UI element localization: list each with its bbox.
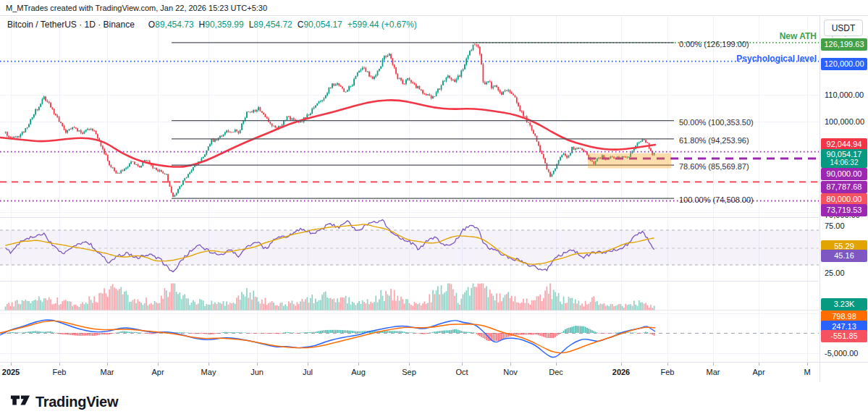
axis-price-label: 75.00 bbox=[825, 221, 845, 230]
axis-time-label: Nov bbox=[503, 368, 518, 376]
fib-level-label: 100.00% (74,508.00) bbox=[679, 195, 754, 204]
psychological-level-annotation: Psychological level bbox=[736, 54, 817, 64]
tradingview-logo-icon bbox=[10, 392, 30, 412]
axis-time-label: Apr bbox=[752, 368, 764, 376]
ohlc-value: 90,054.17 bbox=[303, 20, 342, 30]
ohlc-value: 89,454.73 bbox=[155, 20, 193, 30]
time-axis[interactable]: 2025FebMarAprMayJunJulAugSepOctNovDec202… bbox=[0, 362, 868, 382]
price-label-chip: 80,000.00 bbox=[821, 193, 867, 206]
axis-time-label: Sep bbox=[402, 368, 416, 376]
tradingview-logo-text: TradingView bbox=[35, 394, 118, 410]
symbol-bar: Bitcoin / TetherUS · 1D · BinanceO89,454… bbox=[7, 20, 417, 30]
axis-time-label: Jun bbox=[250, 368, 264, 376]
axis-time-label: Feb bbox=[53, 368, 67, 376]
chart-canvas[interactable] bbox=[0, 0, 819, 382]
currency-toggle-button[interactable]: USDT bbox=[824, 20, 863, 36]
fib-level-label: 61.80% (94,253.96) bbox=[679, 136, 749, 145]
axis-price-label: -5,000.00 bbox=[825, 349, 858, 358]
ohlc-key: O bbox=[148, 20, 155, 30]
new-ath-annotation: New ATH bbox=[780, 31, 817, 41]
price-label-chip: 90,000.00 bbox=[821, 168, 867, 180]
change-value: +599.44 (+0.67%) bbox=[347, 20, 417, 30]
attribution-bar: M_MTrades created with TradingView.com, … bbox=[0, 0, 868, 16]
price-label-chip: 120,000.00 bbox=[821, 58, 867, 70]
price-label-chip: 92,044.94 bbox=[821, 138, 867, 151]
axis-time-label: Feb bbox=[661, 368, 675, 376]
axis-price-label: 100,000.00 bbox=[825, 117, 864, 126]
symbol-title[interactable]: Bitcoin / TetherUS · 1D · Binance bbox=[7, 20, 135, 30]
axis-time-label: Mar bbox=[101, 368, 114, 376]
axis-time-label: 2025 bbox=[2, 368, 20, 376]
fib-level-label: 78.60% (85,569.87) bbox=[679, 162, 749, 171]
fib-level-label: 0.00% (126,199.00) bbox=[679, 40, 749, 48]
axis-time-label: M bbox=[804, 368, 810, 376]
ohlc-values: O89,454.73H90,359.99L89,454.72C90,054.17 bbox=[143, 20, 342, 30]
axis-price-label: 110,000.00 bbox=[825, 90, 864, 99]
price-label-chip: 87,787.68 bbox=[821, 181, 867, 193]
axis-time-label: Jul bbox=[303, 368, 313, 376]
price-label-chip: 3.23K bbox=[821, 298, 867, 310]
ohlc-value: 90,359.99 bbox=[205, 20, 243, 30]
axis-price-label: 25.00 bbox=[825, 269, 845, 277]
axis-time-label: Dec bbox=[549, 368, 563, 376]
axis-time-label: 2026 bbox=[612, 368, 630, 376]
price-label-chip: 45.16 bbox=[821, 250, 867, 262]
ohlc-value: 89,454.72 bbox=[253, 20, 292, 30]
price-label-chip: 73,719.53 bbox=[821, 204, 867, 216]
price-axis[interactable]: --,---.--110,000.00100,000.0070,000.0075… bbox=[819, 16, 868, 382]
axis-time-label: May bbox=[201, 368, 216, 376]
fib-level-label: 50.00% (100,353.50) bbox=[679, 118, 754, 127]
price-label-chip: 126,199.63 bbox=[821, 38, 867, 51]
price-label-chip: -551.85 bbox=[821, 330, 867, 342]
axis-time-label: Aug bbox=[351, 368, 366, 376]
tradingview-chart: M_MTrades created with TradingView.com, … bbox=[0, 0, 868, 414]
axis-time-label: Mar bbox=[707, 368, 720, 376]
ohlc-key: H bbox=[199, 20, 206, 30]
axis-time-label: Apr bbox=[151, 368, 164, 376]
tradingview-logo[interactable]: TradingView bbox=[10, 392, 118, 412]
axis-time-label: Oct bbox=[455, 368, 468, 376]
price-label-chip: 90,054.1714:06:32 bbox=[821, 149, 867, 168]
